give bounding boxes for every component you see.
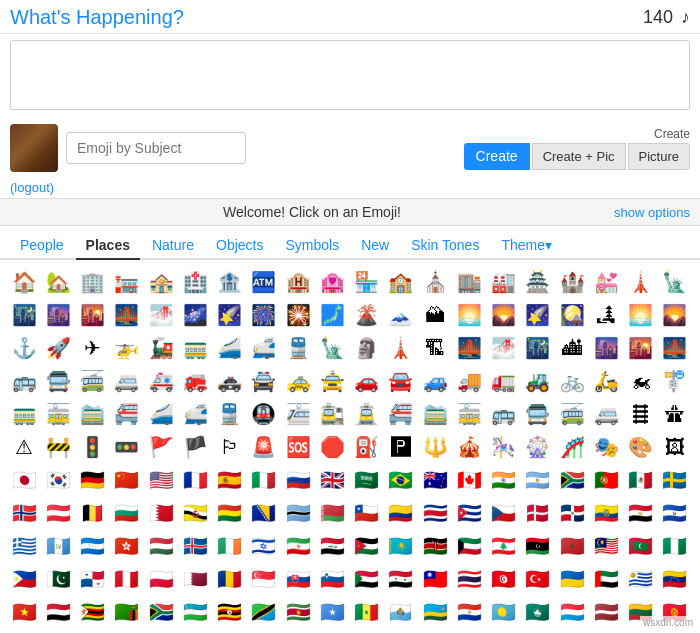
emoji-cell[interactable]: 🚈 [282, 398, 314, 430]
emoji-cell[interactable]: 🇧🇴 [214, 497, 246, 529]
emoji-cell[interactable]: 🇭🇳 [77, 530, 109, 562]
tab-people[interactable]: People [10, 232, 74, 260]
emoji-cell[interactable]: 🇹🇷 [522, 563, 554, 595]
picture-button[interactable]: Picture [628, 143, 690, 170]
emoji-cell[interactable]: 🇨🇳 [111, 464, 143, 496]
emoji-cell[interactable]: 🏴 [179, 431, 211, 463]
emoji-cell[interactable]: 🚖 [316, 365, 348, 397]
emoji-cell[interactable]: 🇹🇼 [419, 563, 451, 595]
emoji-cell[interactable]: 🇮🇹 [248, 464, 280, 496]
emoji-cell[interactable]: 🇸🇲 [385, 596, 417, 628]
emoji-cell[interactable]: 🇧🇦 [248, 497, 280, 529]
emoji-cell[interactable]: 🇺🇾 [625, 563, 657, 595]
emoji-cell[interactable]: 🇵🇰 [42, 563, 74, 595]
emoji-cell[interactable]: 🗼 [625, 266, 657, 298]
emoji-cell[interactable]: 🇿🇲 [111, 596, 143, 628]
emoji-cell[interactable]: 🇶🇦 [179, 563, 211, 595]
emoji-cell[interactable]: 🇨🇿 [488, 497, 520, 529]
emoji-cell[interactable]: 🗽 [316, 332, 348, 364]
emoji-cell[interactable]: 🏦 [214, 266, 246, 298]
emoji-cell[interactable]: 🇺🇬 [214, 596, 246, 628]
emoji-cell[interactable]: 🌋 [351, 299, 383, 331]
create-pic-button[interactable]: Create + Pic [532, 143, 626, 170]
emoji-cell[interactable]: 🇺🇿 [179, 596, 211, 628]
emoji-cell[interactable]: 🏰 [556, 266, 588, 298]
emoji-cell[interactable]: 🚝 [385, 398, 417, 430]
emoji-cell[interactable]: 🆘 [282, 431, 314, 463]
tab-objects[interactable]: Objects [206, 232, 273, 260]
emoji-cell[interactable]: 🇯🇴 [351, 530, 383, 562]
emoji-cell[interactable]: 🛣 [659, 398, 691, 430]
emoji-cell[interactable]: 🌄 [488, 299, 520, 331]
emoji-cell[interactable]: 🗾 [316, 299, 348, 331]
emoji-cell[interactable]: 🚥 [111, 431, 143, 463]
emoji-cell[interactable]: 🏯 [522, 266, 554, 298]
emoji-cell[interactable]: 🇰🇼 [453, 530, 485, 562]
emoji-cell[interactable]: 🚑 [145, 365, 177, 397]
emoji-cell[interactable]: 🇯🇵 [8, 464, 40, 496]
emoji-cell[interactable]: 🇭🇰 [111, 530, 143, 562]
emoji-cell[interactable]: 🇧🇷 [385, 464, 417, 496]
emoji-cell[interactable]: 🇧🇪 [77, 497, 109, 529]
emoji-cell[interactable]: 🇸🇷 [282, 596, 314, 628]
emoji-cell[interactable]: 🌁 [488, 332, 520, 364]
emoji-cell[interactable]: 🚨 [248, 431, 280, 463]
emoji-cell[interactable]: 🇱🇧 [488, 530, 520, 562]
emoji-cell[interactable]: 🇸🇳 [351, 596, 383, 628]
emoji-cell[interactable]: 🇺🇦 [556, 563, 588, 595]
emoji-cell[interactable]: 🇿🇼 [77, 596, 109, 628]
emoji-cell[interactable]: 🇮🇱 [248, 530, 280, 562]
emoji-cell[interactable]: 🏤 [145, 266, 177, 298]
emoji-cell[interactable]: 🇸🇻 [659, 497, 691, 529]
emoji-cell[interactable]: ⛪ [419, 266, 451, 298]
emoji-cell[interactable]: 🇵🇪 [111, 563, 143, 595]
emoji-cell[interactable]: 🚄 [214, 332, 246, 364]
emoji-cell[interactable]: 🚅 [179, 398, 211, 430]
emoji-cell[interactable]: 🇨🇱 [351, 497, 383, 529]
emoji-cell[interactable]: 🏨 [282, 266, 314, 298]
emoji-cell[interactable]: 🏣 [111, 266, 143, 298]
emoji-cell[interactable]: 🇿🇦 [556, 464, 588, 496]
emoji-cell[interactable]: 🏙 [556, 332, 588, 364]
emoji-cell[interactable]: 🇲🇽 [625, 464, 657, 496]
emoji-cell[interactable]: 🇲🇻 [625, 530, 657, 562]
emoji-cell[interactable]: 🚙 [419, 365, 451, 397]
emoji-cell[interactable]: 🌉 [453, 332, 485, 364]
emoji-cell[interactable]: 🇧🇳 [179, 497, 211, 529]
emoji-cell[interactable]: 🎢 [556, 431, 588, 463]
emoji-cell[interactable]: 🚎 [77, 365, 109, 397]
emoji-cell[interactable]: 🇮🇶 [316, 530, 348, 562]
emoji-cell[interactable]: 🚁 [111, 332, 143, 364]
emoji-cell[interactable]: 💒 [590, 266, 622, 298]
emoji-cell[interactable]: 🇹🇭 [453, 563, 485, 595]
emoji-cell[interactable]: 🚍 [42, 365, 74, 397]
emoji-cell[interactable]: 🏭 [488, 266, 520, 298]
tab-skintones[interactable]: Skin Tones [401, 232, 489, 260]
emoji-cell[interactable]: 🇳🇬 [659, 530, 691, 562]
emoji-cell[interactable]: 🌁 [145, 299, 177, 331]
emoji-cell[interactable]: 🚅 [248, 332, 280, 364]
emoji-cell[interactable]: 🌆 [590, 332, 622, 364]
emoji-cell[interactable]: 🇵🇼 [488, 596, 520, 628]
emoji-cell[interactable]: 🇮🇳 [488, 464, 520, 496]
emoji-cell[interactable]: 🚏 [659, 365, 691, 397]
emoji-cell[interactable]: 🇻🇳 [8, 596, 40, 628]
emoji-cell[interactable]: 🛤 [625, 398, 657, 430]
emoji-cell[interactable]: 🚆 [282, 332, 314, 364]
emoji-cell[interactable]: 🇨🇷 [419, 497, 451, 529]
emoji-cell[interactable]: 🌃 [8, 299, 40, 331]
emoji-cell[interactable]: 🚞 [419, 398, 451, 430]
emoji-cell[interactable]: 🚒 [179, 365, 211, 397]
create-button[interactable]: Create [464, 143, 530, 170]
emoji-cell[interactable]: 🚛 [488, 365, 520, 397]
emoji-cell[interactable]: 🌠 [522, 299, 554, 331]
emoji-cell[interactable]: 🇨🇴 [385, 497, 417, 529]
emoji-cell[interactable]: 🌌 [179, 299, 211, 331]
emoji-cell[interactable]: 🚌 [8, 365, 40, 397]
emoji-cell[interactable]: 🏫 [385, 266, 417, 298]
emoji-cell[interactable]: 🇸🇪 [659, 464, 691, 496]
emoji-cell[interactable]: 🇾🇪 [42, 596, 74, 628]
emoji-cell[interactable]: 🇹🇿 [248, 596, 280, 628]
emoji-cell[interactable]: 🇦🇪 [590, 563, 622, 595]
emoji-cell[interactable]: 🇰🇪 [419, 530, 451, 562]
